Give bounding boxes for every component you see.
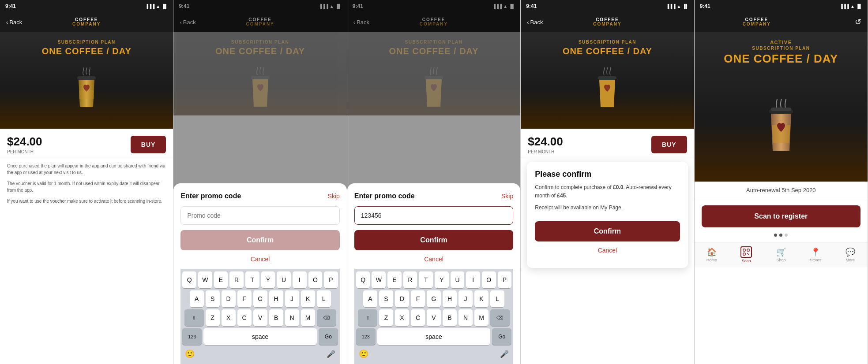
key-go[interactable]: Go (319, 328, 338, 345)
refresh-button-5[interactable]: ↺ (855, 17, 861, 27)
cancel-link-3[interactable]: Cancel (354, 256, 513, 263)
key-o3[interactable]: O (482, 271, 496, 288)
key-shift3[interactable]: ⇧ (358, 309, 377, 326)
key-q[interactable]: Q (182, 271, 196, 288)
key-d[interactable]: D (222, 290, 236, 307)
back-button-1[interactable]: ‹ Back (6, 19, 22, 26)
key-t3[interactable]: T (419, 271, 433, 288)
nav-5: COFFEE COMPANY ↺ (695, 12, 868, 32)
tab-home[interactable]: 🏠 Home (695, 247, 729, 262)
cancel-link-2[interactable]: Cancel (180, 256, 339, 263)
back-label-1: Back (9, 19, 22, 26)
skip-button-3[interactable]: Skip (501, 193, 513, 200)
price-amount-1: $24.00 (7, 135, 42, 149)
key-f3[interactable]: F (411, 290, 425, 307)
key-i[interactable]: I (293, 271, 307, 288)
home-icon: 🏠 (707, 247, 717, 257)
key-f[interactable]: F (237, 290, 252, 307)
key-t[interactable]: T (245, 271, 259, 288)
key-s3[interactable]: S (379, 290, 393, 307)
key-123[interactable]: 123 (182, 328, 202, 345)
key-x[interactable]: X (222, 309, 236, 326)
key-r3[interactable]: R (403, 271, 417, 288)
key-c[interactable]: C (237, 309, 252, 326)
key-s[interactable]: S (206, 290, 220, 307)
key-backspace[interactable]: ⌫ (317, 309, 336, 326)
key-j[interactable]: J (285, 290, 299, 307)
buy-button-4[interactable]: BUY (651, 136, 687, 153)
key-backspace3[interactable]: ⌫ (490, 309, 510, 326)
key-r[interactable]: R (229, 271, 244, 288)
key-k[interactable]: K (301, 290, 315, 307)
key-space-3[interactable]: space (377, 328, 490, 345)
key-p3[interactable]: P (498, 271, 512, 288)
confirm-button-2[interactable]: Confirm (180, 230, 339, 250)
key-n3[interactable]: N (458, 309, 473, 326)
scan-to-register-button[interactable]: Scan to register (702, 205, 860, 227)
modal-overlay-2: Enter promo code Skip Confirm Cancel Q W… (173, 0, 346, 364)
tab-more[interactable]: 💬 More (833, 247, 868, 262)
key-shift[interactable]: ⇧ (184, 309, 204, 326)
logo-company-5: COMPANY (743, 22, 771, 26)
status-icons-5: ▐▐▐ ▲ ▐▌ (840, 4, 862, 9)
hero-4: SUBSCRIPTION PLAN ONE COFFEE / DAY (521, 32, 694, 129)
key-x3[interactable]: X (395, 309, 409, 326)
key-v[interactable]: V (253, 309, 267, 326)
key-z[interactable]: Z (206, 309, 220, 326)
key-z3[interactable]: Z (379, 309, 393, 326)
key-k3[interactable]: K (474, 290, 488, 307)
key-n[interactable]: N (285, 309, 299, 326)
mic-key-3[interactable]: 🎤 (500, 350, 509, 358)
key-j3[interactable]: J (458, 290, 473, 307)
keyboard-row-q3: Q W E R T Y U I O P (356, 271, 511, 288)
key-u[interactable]: U (277, 271, 291, 288)
promo-input-3[interactable] (354, 206, 513, 225)
key-go-3[interactable]: Go (492, 328, 511, 345)
mic-key-2[interactable]: 🎤 (327, 350, 335, 358)
buy-button-1[interactable]: BUY (131, 136, 166, 153)
key-l[interactable]: L (317, 290, 331, 307)
tab-scan[interactable]: Scan (729, 246, 763, 263)
key-123-3[interactable]: 123 (356, 328, 376, 345)
key-l3[interactable]: L (490, 290, 504, 307)
key-h[interactable]: H (269, 290, 283, 307)
key-o[interactable]: O (308, 271, 323, 288)
cancel-link-4[interactable]: Cancel (535, 247, 680, 254)
key-a3[interactable]: A (363, 290, 377, 307)
tab-shop[interactable]: 🛒 Shop (764, 247, 798, 262)
key-w3[interactable]: W (372, 271, 386, 288)
confirm-button-4[interactable]: Confirm (535, 221, 680, 241)
emoji-key-3[interactable]: 🙂 (359, 349, 368, 359)
key-e[interactable]: E (214, 271, 228, 288)
key-c3[interactable]: C (411, 309, 425, 326)
key-y3[interactable]: Y (435, 271, 449, 288)
key-e3[interactable]: E (387, 271, 402, 288)
key-v3[interactable]: V (427, 309, 441, 326)
confirm-button-3[interactable]: Confirm (354, 230, 513, 250)
screen-2: 9:41 ▐▐▐ ▲ ▐▌ ‹ Back COFFEE COMPANY SUBS… (173, 0, 347, 364)
key-h3[interactable]: H (443, 290, 457, 307)
key-a[interactable]: A (190, 290, 204, 307)
back-button-4[interactable]: ‹ Back (527, 19, 543, 26)
key-b[interactable]: B (269, 309, 283, 326)
key-d3[interactable]: D (395, 290, 409, 307)
key-p[interactable]: P (324, 271, 338, 288)
key-i3[interactable]: I (466, 271, 480, 288)
key-w[interactable]: W (198, 271, 212, 288)
tab-bar-5: 🏠 Home Scan 🛒 (695, 242, 868, 267)
modal-header-2: Enter promo code Skip (180, 192, 339, 200)
tab-stores[interactable]: 📍 Stores (798, 247, 833, 262)
key-g3[interactable]: G (427, 290, 441, 307)
confirm-modal-4: Please confirm Confirm to complete purch… (527, 162, 688, 268)
key-space[interactable]: space (203, 328, 316, 345)
key-g[interactable]: G (253, 290, 267, 307)
promo-input-2[interactable] (180, 206, 339, 225)
key-q3[interactable]: Q (356, 271, 370, 288)
emoji-key-2[interactable]: 🙂 (185, 349, 195, 359)
key-m3[interactable]: M (474, 309, 488, 326)
key-b3[interactable]: B (443, 309, 457, 326)
key-m[interactable]: M (301, 309, 315, 326)
key-y[interactable]: Y (261, 271, 275, 288)
skip-button-2[interactable]: Skip (328, 193, 340, 200)
key-u3[interactable]: U (451, 271, 465, 288)
